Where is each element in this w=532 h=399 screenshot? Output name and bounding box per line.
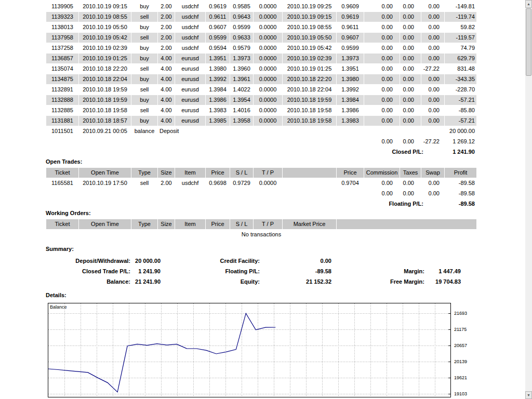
cell: 0.9698 [206,178,230,188]
cell: 0.00 [421,12,444,22]
closed-trade-row: 11380132010.10.19 05:50buy2.00usdchf0.96… [46,22,476,32]
no-transactions-text: No transactions [46,230,476,240]
cell: 0.00 [364,64,400,74]
cell: 1.3985 [206,116,230,126]
summary-row: Closed Trade P/L:1 241.90Floating P/L:-8… [46,266,461,276]
open-totals-row: 0.000.000.00-89.58 [46,189,476,198]
cell: 2010.10.18 18:57 [79,116,131,126]
column-header: Type [131,168,157,178]
cell: 0.00 [400,116,421,126]
cell: 0.00 [400,85,421,95]
column-header: Ticket [46,168,78,178]
cell: 0.00 [400,12,421,22]
cell: -119.74 [445,12,476,22]
closed-trade-row: 11350742010.10.18 22:20sell4.00eurusd1.3… [46,64,476,74]
cell: usdchf [175,2,205,11]
cell: 1132888 [46,95,78,105]
summary-value: 21 241.90 [130,276,161,287]
closed-trade-row: 11368572010.10.19 01:25buy4.00eurusd1.39… [46,54,476,63]
y-axis-tick-label: 20657 [454,343,476,348]
cell: 0.9585 [230,2,253,11]
cell: 1136857 [46,54,78,63]
cell: 1.3973 [337,54,364,63]
column-header [337,219,476,229]
cell: 2010.10.19 09:15 [79,2,131,11]
vertical-scrollbar[interactable]: ▲ ▼ [525,0,532,399]
cell: 0.9594 [206,43,230,53]
cell: buy [131,43,157,53]
column-header: Profit [445,168,476,178]
cell: 59.82 [445,22,476,32]
cell: 0.00 [364,178,400,188]
cell: 4.00 [158,85,175,95]
column-header: Size [158,219,175,229]
cell: 0.00 [421,178,444,188]
working-orders-body: TicketOpen TimeTypeSizeItemPriceS / LT /… [46,219,476,240]
balance-comment: Deposit [158,126,421,136]
closed-trade-row: 11372582010.10.19 02:39buy2.00usdchf0.95… [46,43,476,53]
cell: 4.00 [158,54,175,63]
cell: 1.4016 [230,105,253,115]
column-header: Item [175,219,205,229]
column-header: Market Price [283,219,336,229]
cell: 0.9611 [337,22,364,32]
cell: 0.00 [400,43,421,53]
column-header: Type [131,219,157,229]
cell: 0.00 [400,105,421,115]
cell: eurusd [175,85,205,95]
cell: 0.9599 [206,33,230,43]
cell: 0.00 [364,12,400,22]
cell: 0.0000 [254,116,282,126]
scroll-down-icon: ▼ [527,393,530,397]
cell: 2010.10.19 02:39 [283,54,336,63]
closed-totals-row: 0.000.00-27.221 269.12 [46,137,476,147]
cell: 1.4022 [230,85,253,95]
floating-pl-label: Floating P/L: [46,199,444,209]
cell: 0.9619 [206,2,230,11]
closed-trade-row: 11328852010.10.18 19:58sell4.00eurusd1.3… [46,105,476,115]
cell: 0.00 [421,2,444,11]
scrollbar-thumb[interactable] [526,8,531,76]
cell: buy [131,22,157,32]
cell: 1138013 [46,22,78,32]
cell: 2.00 [158,178,175,188]
summary-value [424,256,461,266]
scroll-up-button[interactable]: ▲ [525,0,532,8]
column-header: T / P [254,219,282,229]
cell: 1139323 [46,12,78,22]
cell: 0.00 [400,54,421,63]
cell: eurusd [175,64,205,74]
scroll-down-button[interactable]: ▼ [525,391,532,399]
cell: 0.00 [364,54,400,63]
summary-value: 0.00 [260,256,331,266]
cell: sell [131,33,157,43]
cell: sell [131,105,157,115]
totals-value: 0.00 [364,137,400,147]
cell: 0.9599 [230,22,253,32]
cell: 1.3986 [206,95,230,105]
cell: 1131881 [46,116,78,126]
cell: 0.00 [364,43,400,53]
cell: buy [131,54,157,63]
summary-row: Balance:21 241.90Equity:21 152.32Free Ma… [46,276,461,287]
cell: 0.00 [364,116,400,126]
closed-pl-row: Closed P/L:1 241.90 [46,147,476,157]
cell: sell [131,12,157,22]
balance-chart-plot [48,303,450,397]
cell: 4.00 [158,95,175,105]
cell: 2.00 [158,12,175,22]
cell: 1.3958 [230,116,253,126]
cell: usdchf [175,33,205,43]
cell: 2010.10.19 05:42 [283,43,336,53]
cell: 0.9609 [337,2,364,11]
summary-label: Closed Trade P/L: [46,266,130,276]
cell: 0.0000 [254,105,282,115]
cell [283,178,336,188]
summary-title: Summary: [46,245,74,252]
cell: 0.00 [400,33,421,43]
cell: -228.70 [445,85,476,95]
cell: 1011501 [46,126,78,136]
cell: 1.3961 [230,74,253,84]
cell: 0.00 [364,2,400,11]
cell: 0.00 [364,95,400,105]
